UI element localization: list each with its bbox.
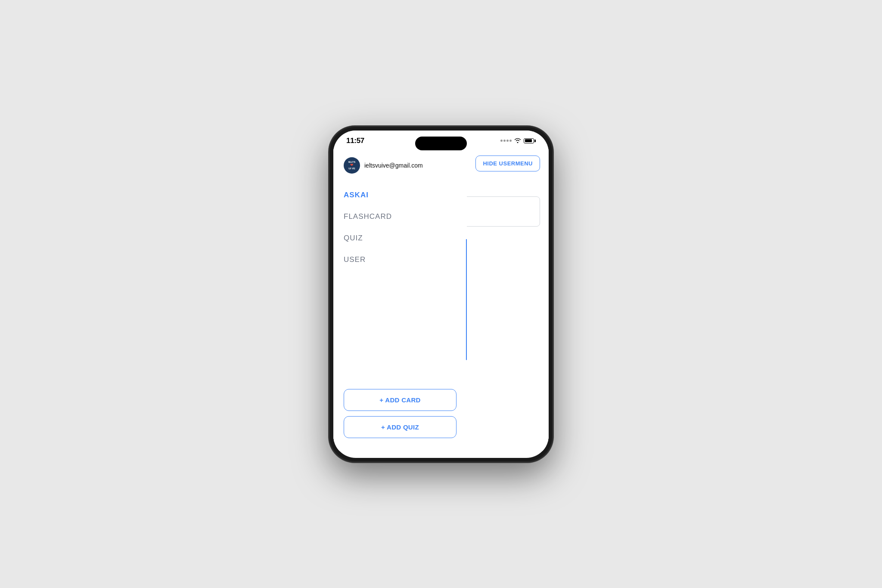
add-quiz-button[interactable]: + ADD QUIZ <box>344 416 457 438</box>
avatar-text-uive: UI VE <box>348 167 355 170</box>
wifi-icon <box>514 137 521 144</box>
signal-dot-1 <box>500 140 503 142</box>
status-icons <box>500 137 536 144</box>
battery-icon <box>524 138 536 143</box>
user-email: ieltsvuive@gmail.com <box>364 162 423 169</box>
phone-frame: 11:57 <box>329 126 553 462</box>
menu-item-quiz[interactable]: QUIZ <box>344 232 457 244</box>
menu-items: ASKAI FLASHCARD QUIZ USER <box>344 189 457 382</box>
side-menu: IELTS ❤ UI VE ieltsvuive@gmail.com ASKAI… <box>333 149 467 451</box>
signal-dot-3 <box>506 140 509 142</box>
menu-item-flashcard[interactable]: FLASHCARD <box>344 211 457 223</box>
dynamic-island <box>415 137 467 150</box>
user-row: IELTS ❤ UI VE ieltsvuive@gmail.com <box>344 157 457 174</box>
menu-item-askai[interactable]: ASKAI <box>344 189 457 201</box>
signal-indicator <box>500 140 512 142</box>
phone-screen: 11:57 <box>333 131 549 458</box>
status-time: 11:57 <box>346 137 364 145</box>
avatar: IELTS ❤ UI VE <box>344 157 360 174</box>
avatar-heart-icon: ❤ <box>350 163 354 167</box>
menu-buttons: + ADD CARD + ADD QUIZ <box>344 389 457 442</box>
menu-item-user[interactable]: USER <box>344 254 457 266</box>
add-card-button[interactable]: + ADD CARD <box>344 389 457 411</box>
app-content: HIDE USERMENU : AI RATE r giáo Sang lts-… <box>333 149 549 451</box>
signal-dot-2 <box>503 140 506 142</box>
signal-dot-4 <box>509 140 512 142</box>
hide-usermenu-button[interactable]: HIDE USERMENU <box>475 156 540 171</box>
